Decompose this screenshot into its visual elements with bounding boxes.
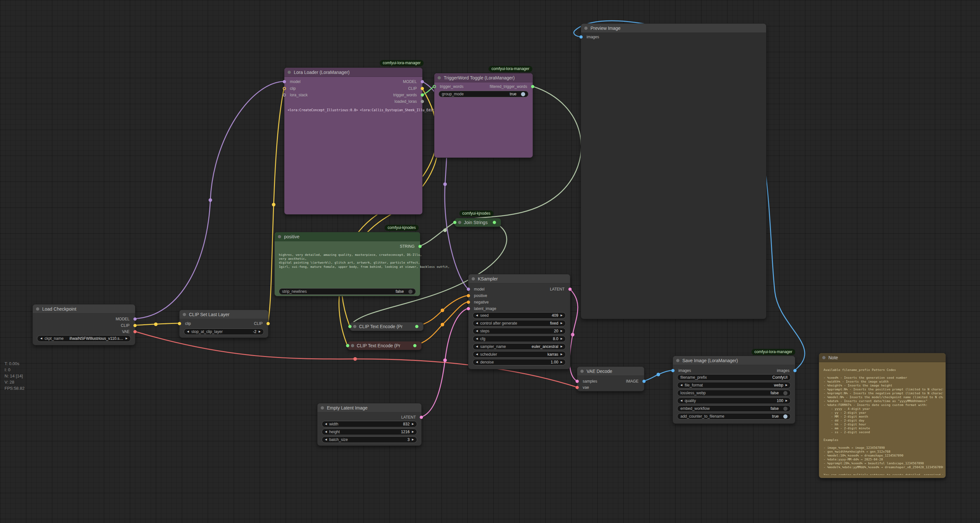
latent-output-dot[interactable] [568, 288, 572, 291]
collapse-dot[interactable] [183, 313, 186, 316]
model-input-dot[interactable] [283, 80, 286, 83]
toggle-knob[interactable] [783, 391, 788, 395]
collapse-dot[interactable] [438, 76, 441, 79]
lora-stack-input-dot[interactable] [283, 94, 286, 97]
combo-left-arrow-icon[interactable]: ◀ [40, 337, 42, 340]
stepper-right-arrow-icon[interactable]: ▶ [561, 338, 563, 340]
collapse-dot[interactable] [351, 344, 354, 347]
stepper-left-arrow-icon[interactable]: ◀ [476, 361, 478, 363]
trigger-words-output-dot[interactable] [421, 94, 424, 97]
combo-right-arrow-icon[interactable]: ▶ [561, 353, 563, 356]
node-preview-image[interactable]: Preview Image images [581, 23, 767, 319]
combo-left-arrow-icon[interactable]: ◀ [476, 322, 478, 325]
conditioning-output-dot[interactable] [415, 325, 418, 328]
text-input-dot[interactable] [348, 325, 352, 328]
stepper-left-arrow-icon[interactable]: ◀ [325, 431, 327, 433]
collapse-dot[interactable] [353, 325, 356, 328]
loaded-loras-output-dot[interactable] [421, 100, 424, 103]
stepper-right-arrow-icon[interactable]: ▶ [412, 423, 414, 425]
latent-output-dot[interactable] [420, 416, 423, 419]
clip-input-dot[interactable] [283, 87, 286, 90]
stepper-right-arrow-icon[interactable]: ▶ [259, 330, 261, 333]
collapse-dot[interactable] [288, 71, 291, 74]
embed-workflow-toggle[interactable]: embed_workflow false [677, 405, 791, 412]
latent-image-input-dot[interactable] [467, 307, 470, 310]
string-output-dot[interactable] [493, 221, 496, 224]
samples-input-dot[interactable] [576, 380, 579, 383]
node-title-bar[interactable]: Empty Latent Image [317, 403, 422, 412]
stepper-left-arrow-icon[interactable]: ◀ [680, 399, 682, 402]
ckpt-name-combo[interactable]: ◀ ckpt_name il\waiNSFWIllustrious_v110.s… [37, 335, 131, 342]
stepper-left-arrow-icon[interactable]: ◀ [325, 438, 327, 441]
cfg-stepper[interactable]: ◀ cfg 8.0 ▶ [473, 336, 566, 342]
node-title-bar[interactable]: Save Image (LoraManager) [673, 356, 795, 365]
stepper-left-arrow-icon[interactable]: ◀ [187, 330, 189, 333]
height-stepper[interactable]: ◀ height 1216 ▶ [322, 429, 417, 435]
combo-right-arrow-icon[interactable]: ▶ [786, 384, 788, 387]
node-clip-text-encode-positive[interactable]: CLIP Text Encode (Pr [350, 322, 424, 331]
node-title-bar[interactable]: Preview Image [581, 24, 766, 33]
stepper-left-arrow-icon[interactable]: ◀ [476, 338, 478, 340]
node-load-checkpoint[interactable]: Load Checkpoint MODEL CLIP VAE ◀ ckpt_na… [32, 304, 135, 345]
combo-left-arrow-icon[interactable]: ◀ [476, 345, 478, 348]
file-format-combo[interactable]: ◀ file_format webp ▶ [677, 382, 791, 388]
positive-input-dot[interactable] [467, 294, 470, 297]
width-stepper[interactable]: ◀ width 832 ▶ [322, 421, 417, 427]
combo-left-arrow-icon[interactable]: ◀ [476, 353, 478, 356]
clip-output-dot[interactable] [267, 322, 270, 325]
batch-size-stepper[interactable]: ◀ batch_size 3 ▶ [322, 436, 417, 443]
node-vae-decode[interactable]: VAE Decode samples vae IMAGE [577, 366, 644, 391]
node-title-bar[interactable]: Lora Loader (LoraManager) [284, 68, 422, 77]
graph-canvas[interactable]: Load Checkpoint MODEL CLIP VAE ◀ ckpt_na… [0, 0, 980, 523]
clip-output-dot[interactable] [421, 87, 424, 90]
quality-stepper[interactable]: ◀ quality 100 ▶ [677, 398, 791, 404]
stepper-right-arrow-icon[interactable]: ▶ [561, 330, 563, 332]
group-mode-toggle[interactable]: group_mode true [439, 91, 528, 97]
toggle-knob[interactable] [521, 92, 525, 96]
stepper-right-arrow-icon[interactable]: ▶ [412, 431, 414, 433]
denoise-stepper[interactable]: ◀ denoise 1.00 ▶ [473, 359, 566, 365]
stepper-left-arrow-icon[interactable]: ◀ [476, 330, 478, 332]
vae-input-dot[interactable] [576, 386, 579, 389]
clip-output-dot[interactable] [134, 324, 137, 327]
collapse-dot[interactable] [321, 406, 324, 409]
stop-at-clip-layer-stepper[interactable]: ◀ stop_at_clip_layer -2 ▶ [184, 328, 264, 335]
node-clip-set-last-layer[interactable]: CLIP Set Last Layer clip CLIP ◀ stop_at_… [179, 310, 269, 338]
stepper-left-arrow-icon[interactable]: ◀ [325, 423, 327, 425]
conditioning-output-dot[interactable] [413, 344, 417, 347]
sampler-name-combo[interactable]: ◀ sampler_name euler_ancestral ▶ [473, 343, 566, 350]
node-ksampler[interactable]: KSampler model positive negative latent_… [468, 274, 570, 369]
lossless-webp-toggle[interactable]: lossless_webp false [677, 390, 791, 396]
stepper-right-arrow-icon[interactable]: ▶ [412, 438, 414, 441]
model-output-dot[interactable] [134, 317, 137, 321]
node-title-bar[interactable]: KSampler [468, 274, 570, 284]
negative-input-dot[interactable] [467, 301, 470, 304]
node-empty-latent-image[interactable]: Empty Latent Image LATENT ◀ width 832 ▶ … [317, 403, 422, 446]
stepper-left-arrow-icon[interactable]: ◀ [476, 314, 478, 317]
filtered-trigger-words-output-dot[interactable] [531, 85, 534, 88]
add-counter-to-filename-toggle[interactable]: add_counter_to_filename true [677, 413, 791, 420]
collapse-dot[interactable] [36, 307, 39, 311]
text-input-dot[interactable] [346, 344, 349, 347]
node-positive-prompt[interactable]: positive STRING highres, very detailed, … [274, 232, 420, 296]
toggle-knob[interactable] [783, 414, 788, 418]
stepper-right-arrow-icon[interactable]: ▶ [561, 361, 563, 363]
node-title-bar[interactable]: Load Checkpoint [33, 304, 135, 314]
toggle-knob[interactable] [783, 407, 788, 411]
node-save-image[interactable]: Save Image (LoraManager) images images f… [673, 356, 795, 424]
collapse-dot[interactable] [584, 27, 587, 30]
scheduler-combo[interactable]: ◀ scheduler karras ▶ [473, 351, 566, 358]
strings-input-dot[interactable] [453, 221, 457, 224]
node-title-bar[interactable]: Note [819, 353, 946, 362]
seed-stepper[interactable]: ◀ seed 409 ▶ [473, 312, 566, 319]
toggle-knob[interactable] [408, 290, 412, 294]
string-output-dot[interactable] [418, 245, 422, 248]
collapse-dot[interactable] [278, 235, 281, 238]
model-output-dot[interactable] [421, 80, 424, 83]
images-input-dot[interactable] [671, 369, 675, 372]
combo-left-arrow-icon[interactable]: ◀ [680, 384, 682, 387]
node-title-bar[interactable]: VAE Decode [577, 367, 644, 376]
node-triggerword-toggle[interactable]: TriggerWord Toggle (LoraManager) trigger… [434, 73, 533, 158]
image-output-dot[interactable] [643, 380, 646, 383]
images-input-dot[interactable] [579, 35, 583, 39]
